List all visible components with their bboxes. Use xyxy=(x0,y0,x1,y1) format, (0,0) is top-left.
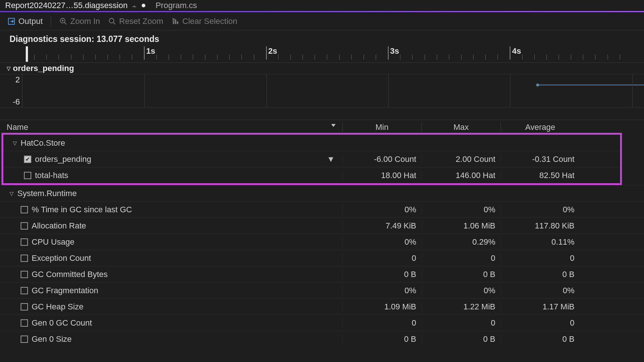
checkbox[interactable] xyxy=(21,206,28,213)
tick-minor xyxy=(583,54,583,60)
tick-minor xyxy=(437,54,437,60)
reset-zoom-icon xyxy=(108,17,116,25)
metric-label: total-hats xyxy=(35,171,68,180)
zoom-in-button[interactable]: Zoom In xyxy=(59,17,100,26)
tick-major xyxy=(144,46,145,60)
tick-minor xyxy=(498,54,498,60)
cell-max: 0 xyxy=(421,318,500,328)
checkbox[interactable] xyxy=(21,271,28,278)
tick-minor xyxy=(59,54,59,60)
tick-minor xyxy=(412,54,413,60)
cell-avg: 0.11% xyxy=(500,237,580,247)
y-top: 2 xyxy=(15,75,20,85)
collapse-icon[interactable]: ▽ xyxy=(7,65,11,71)
metric-row[interactable]: Gen 0 Size0 B0 B0 B xyxy=(0,331,644,347)
timeline-ruler[interactable]: 1s2s3s4s xyxy=(22,46,644,63)
col-min[interactable]: Min xyxy=(342,123,421,132)
group-row-system-runtime[interactable]: ▽ System.Runtime xyxy=(0,185,644,201)
cell-max: 1.22 MiB xyxy=(421,302,500,312)
tick-minor xyxy=(400,54,400,60)
pin-icon[interactable]: ⫠ xyxy=(131,2,138,10)
tab-program-cs[interactable]: Program.cs xyxy=(151,0,202,11)
cell-avg: 0 xyxy=(500,318,580,328)
metric-row[interactable]: Gen 0 GC Count000 xyxy=(0,315,644,331)
metric-label: GC Committed Bytes xyxy=(32,270,108,279)
tab-diagsession[interactable]: Report20240227…55.diagsession ⫠ xyxy=(0,0,151,11)
metric-row[interactable]: GC Heap Size1.09 MiB1.22 MiB1.17 MiB xyxy=(0,298,644,315)
metric-row[interactable]: Exception Count000 xyxy=(0,250,644,266)
tick-label: 2s xyxy=(268,46,277,56)
tick-minor xyxy=(290,54,291,60)
tick-minor xyxy=(205,54,205,60)
metric-row[interactable]: ✔ orders_pending ▼ -6.00 Count 2.00 Coun… xyxy=(3,151,620,167)
metric-row[interactable]: Allocation Rate7.49 KiB1.06 MiB117.80 Ki… xyxy=(0,217,644,234)
checkbox[interactable] xyxy=(21,238,28,246)
checkbox[interactable] xyxy=(24,172,31,179)
svg-rect-9 xyxy=(177,21,178,24)
tick-minor xyxy=(546,54,547,60)
tick-minor xyxy=(132,54,132,60)
metric-row[interactable]: % Time in GC since last GC0%0%0% xyxy=(0,201,644,217)
toolbar: Output Zoom In Reset Zoom Clear Selectio… xyxy=(0,12,644,31)
tick-major xyxy=(510,46,510,60)
svg-rect-8 xyxy=(175,19,176,24)
metric-row[interactable]: total-hats 18.00 Hat 146.00 Hat 82.50 Ha… xyxy=(3,167,620,183)
table-header: Name Min Max Average xyxy=(0,120,644,133)
tick-minor xyxy=(83,54,84,60)
checkbox[interactable]: ✔ xyxy=(24,156,31,163)
checkbox[interactable] xyxy=(21,222,28,230)
cell-avg: 0% xyxy=(500,205,580,214)
tick-minor xyxy=(169,54,169,60)
gridline xyxy=(144,74,145,107)
col-avg[interactable]: Average xyxy=(500,123,580,132)
col-max[interactable]: Max xyxy=(421,123,500,132)
gridline xyxy=(632,74,633,107)
tick-minor xyxy=(71,54,71,60)
group-label: System.Runtime xyxy=(17,189,77,198)
tick-minor xyxy=(522,54,523,60)
output-button[interactable]: Output xyxy=(7,17,43,26)
graph-header[interactable]: ▽ orders_pending xyxy=(0,63,644,74)
svg-rect-7 xyxy=(173,21,174,24)
tick-minor xyxy=(193,54,193,60)
metric-label: GC Fragmentation xyxy=(32,286,98,295)
reset-zoom-button[interactable]: Reset Zoom xyxy=(108,17,163,26)
cell-max: 0 xyxy=(421,253,500,263)
graph-title: orders_pending xyxy=(13,64,74,73)
tab-label: Program.cs xyxy=(156,1,197,10)
clear-selection-label: Clear Selection xyxy=(183,17,237,26)
metric-row[interactable]: CPU Usage0%0.29%0.11% xyxy=(0,234,644,250)
graph-plot[interactable] xyxy=(22,74,644,107)
filter-icon[interactable]: ▼ xyxy=(327,155,335,164)
collapse-icon[interactable]: ▽ xyxy=(10,191,14,196)
gridline xyxy=(266,74,267,107)
group-row-hatco[interactable]: ▽ HatCo.Store xyxy=(3,135,620,151)
tick-minor xyxy=(534,54,535,60)
tick-minor xyxy=(327,54,327,60)
svg-point-5 xyxy=(109,18,114,23)
graph-y-axis: 2 -6 xyxy=(0,74,22,107)
clear-selection-button[interactable]: Clear Selection xyxy=(171,17,237,26)
collapse-icon[interactable]: ▽ xyxy=(13,140,17,146)
checkbox[interactable] xyxy=(21,255,28,262)
checkbox[interactable] xyxy=(21,319,28,327)
tab-label: Report20240227…55.diagsession xyxy=(5,1,128,10)
col-name[interactable]: Name xyxy=(0,123,342,132)
checkbox[interactable] xyxy=(21,336,28,343)
cell-avg: 117.80 KiB xyxy=(500,221,580,231)
cell-max: 2.00 Count xyxy=(421,155,500,164)
checkbox[interactable] xyxy=(21,287,28,294)
output-label: Output xyxy=(18,17,43,26)
metric-label: Exception Count xyxy=(32,253,91,263)
tick-minor xyxy=(107,54,108,60)
tick-label: 1s xyxy=(146,46,155,56)
group-label: HatCo.Store xyxy=(21,138,65,148)
metric-row[interactable]: GC Fragmentation0%0%0% xyxy=(0,282,644,298)
metric-row[interactable]: GC Committed Bytes0 B0 B0 B xyxy=(0,266,644,282)
graph-body[interactable]: 2 -6 xyxy=(0,74,644,108)
tick-minor xyxy=(181,54,181,60)
cell-avg: 1.17 MiB xyxy=(500,302,580,312)
metric-label: Gen 0 Size xyxy=(32,334,72,344)
checkbox[interactable] xyxy=(21,303,28,310)
metric-label: Gen 0 GC Count xyxy=(32,318,92,328)
